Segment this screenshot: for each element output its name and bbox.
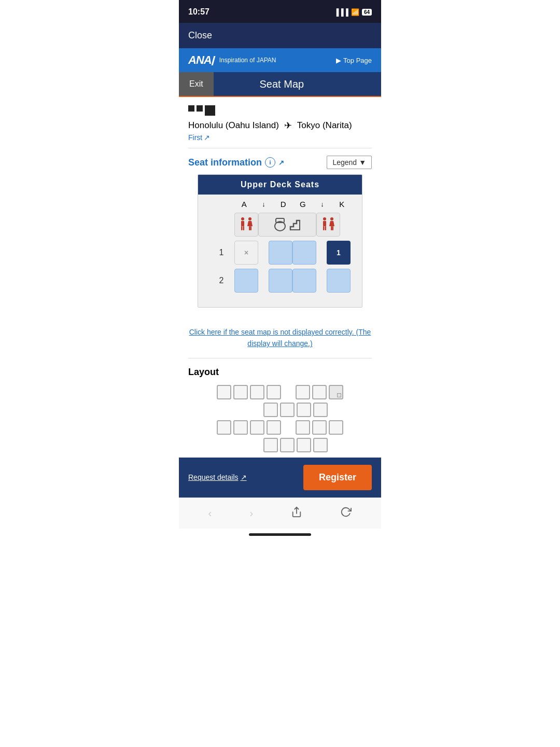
seat-2d[interactable] xyxy=(269,269,292,293)
seat-2g[interactable] xyxy=(292,269,316,293)
amenities-row xyxy=(208,213,352,237)
svg-rect-3 xyxy=(243,226,245,230)
layout-seat-9 xyxy=(280,403,295,417)
request-details-icon: ↗ xyxy=(241,473,247,481)
close-label: Close xyxy=(188,30,212,40)
layout-seat-special-wrap xyxy=(329,385,343,399)
seat-info-external-icon[interactable]: ↗ xyxy=(278,159,284,167)
seat-2k[interactable] xyxy=(327,269,351,293)
layout-row-2 xyxy=(263,403,328,417)
layout-seat-16 xyxy=(296,420,310,435)
layout-seat-5 xyxy=(296,385,310,399)
amenity-people-icon xyxy=(316,213,340,237)
seat-info-title: Seat information i ↗ xyxy=(188,157,284,168)
browser-nav: ‹ › xyxy=(179,497,381,529)
route-row: Honolulu (Oahu Island) ✈ Tokyo (Narita) xyxy=(188,120,372,131)
fix-display-link[interactable]: Click here if the seat map is not displa… xyxy=(179,318,381,358)
seat-info-section: Seat information i ↗ Legend ▼ Upper Deck… xyxy=(179,148,381,318)
col-label-k: K xyxy=(332,200,352,209)
legend-button[interactable]: Legend ▼ xyxy=(327,156,372,169)
layout-row-4 xyxy=(263,438,328,452)
register-button[interactable]: Register xyxy=(303,465,372,490)
refresh-button[interactable] xyxy=(334,504,358,522)
layout-diagram xyxy=(188,385,372,452)
svg-rect-12 xyxy=(323,226,325,230)
layout-seat-10 xyxy=(297,403,311,417)
svg-rect-16 xyxy=(331,226,332,230)
seat-info-header: Seat information i ↗ Legend ▼ xyxy=(188,156,372,169)
svg-rect-1 xyxy=(241,221,244,226)
status-bar: 10:57 ▐▐▐ 📶 64 xyxy=(179,0,381,23)
qr-block-1 xyxy=(188,105,194,112)
svg-rect-2 xyxy=(241,226,243,230)
svg-rect-11 xyxy=(323,221,326,226)
seat-1d[interactable] xyxy=(269,241,292,265)
close-bar[interactable]: Close xyxy=(179,23,381,48)
seat-1a[interactable]: × xyxy=(234,241,258,265)
svg-marker-15 xyxy=(329,221,334,226)
forward-button[interactable]: › xyxy=(243,505,259,521)
layout-seat-3 xyxy=(250,385,264,399)
layout-seat-11 xyxy=(313,403,328,417)
plane-icon: ✈ xyxy=(284,120,292,131)
col-label-d: D xyxy=(273,200,293,209)
layout-seat-8 xyxy=(263,403,278,417)
row-2-number: 2 xyxy=(208,276,234,285)
fix-display-text: Click here if the seat map is not displa… xyxy=(189,328,371,348)
back-button[interactable]: ‹ xyxy=(202,505,218,521)
col-label-arrow1: ↓ xyxy=(254,200,274,208)
column-labels: A ↓ D G ↓ K xyxy=(208,200,352,209)
class-label: First xyxy=(188,133,202,142)
exit-button[interactable]: Exit xyxy=(179,72,214,96)
seat-info-label: Seat information xyxy=(188,157,262,168)
qr-code xyxy=(188,105,372,116)
layout-seat-13 xyxy=(233,420,248,435)
svg-point-14 xyxy=(330,217,333,220)
legend-label: Legend xyxy=(332,158,357,167)
seat-grid: A ↓ D G ↓ K xyxy=(198,195,362,307)
layout-seat-4 xyxy=(267,385,281,399)
footer-bar: Request details ↗ Register xyxy=(179,458,381,497)
layout-seat-14 xyxy=(250,420,264,435)
class-link[interactable]: First ↗ xyxy=(188,133,372,142)
stairs-icon xyxy=(288,217,301,232)
svg-marker-5 xyxy=(247,221,253,226)
layout-seat-21 xyxy=(297,438,311,452)
svg-point-4 xyxy=(248,217,251,220)
top-page-link[interactable]: ▶ Top Page xyxy=(336,57,372,64)
layout-title: Layout xyxy=(188,367,372,378)
seat-row-1: 1 × 1 xyxy=(208,241,352,265)
layout-seat-6 xyxy=(312,385,327,399)
share-button[interactable] xyxy=(285,504,309,522)
svg-point-0 xyxy=(241,217,244,220)
layout-seat-17 xyxy=(312,420,327,435)
ana-tagline: Inspiration of JAPAN xyxy=(219,57,276,64)
amenity-restroom-icon xyxy=(234,213,258,237)
qr-block-3 xyxy=(205,105,215,116)
toilet-icon xyxy=(274,217,286,232)
seat-2a[interactable] xyxy=(234,269,258,293)
seat-map-title: Seat Map xyxy=(214,78,381,90)
top-page-arrow: ▶ xyxy=(336,57,341,64)
seat-1g[interactable] xyxy=(292,241,316,265)
upper-deck-header: Upper Deck Seats xyxy=(198,175,362,195)
info-icon[interactable]: i xyxy=(265,157,275,168)
seat-map-header: Exit Seat Map xyxy=(179,72,381,97)
seat-1k[interactable]: 1 xyxy=(327,241,351,265)
svg-rect-13 xyxy=(325,226,327,230)
seat-map-container: Upper Deck Seats A ↓ D G ↓ K xyxy=(198,174,362,308)
ana-logo-area: ANA Inspiration of JAPAN xyxy=(188,53,276,67)
layout-seat-19 xyxy=(263,438,278,452)
battery-indicator: 64 xyxy=(362,9,372,16)
layout-seat-2 xyxy=(233,385,248,399)
layout-seat-18 xyxy=(329,420,343,435)
amenity-facilities-cell xyxy=(258,213,316,237)
destination-city: Tokyo (Narita) xyxy=(297,120,352,131)
origin-city: Honolulu (Oahu Island) xyxy=(188,120,279,131)
status-icons: ▐▐▐ 📶 64 xyxy=(334,8,372,16)
ana-logo: ANA xyxy=(188,53,215,67)
request-details-link[interactable]: Request details ↗ xyxy=(188,473,247,481)
svg-rect-17 xyxy=(332,226,334,230)
ana-header: ANA Inspiration of JAPAN ▶ Top Page xyxy=(179,48,381,72)
seat-row-2: 2 xyxy=(208,269,352,293)
